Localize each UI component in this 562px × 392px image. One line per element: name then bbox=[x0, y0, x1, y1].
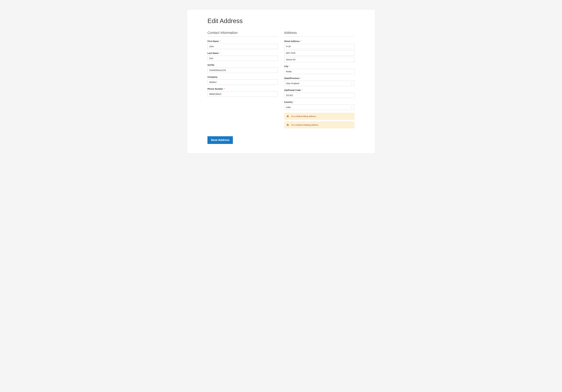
warning-icon bbox=[286, 115, 289, 118]
street-address-label: Street Address * bbox=[284, 40, 354, 43]
street-address-label-text: Street Address bbox=[284, 40, 300, 43]
page-title: Edit Address bbox=[208, 17, 354, 24]
state-field: State/Province * Uttar Pradesh bbox=[284, 77, 354, 86]
required-mark: * bbox=[224, 88, 225, 90]
street-address-line-3-input[interactable] bbox=[284, 57, 354, 62]
edit-address-card: Edit Address Contact Information First N… bbox=[187, 9, 375, 153]
country-select[interactable]: India bbox=[284, 104, 354, 110]
form-columns: Contact Information First Name * Last Na… bbox=[208, 31, 354, 130]
zip-label-text: Zip/Postal Code bbox=[284, 89, 301, 92]
svg-rect-0 bbox=[288, 115, 288, 116]
city-input[interactable] bbox=[284, 69, 354, 74]
company-input[interactable] bbox=[208, 80, 278, 85]
gstin-field: GSTIN bbox=[208, 64, 278, 73]
phone-label: Phone Number * bbox=[208, 88, 278, 90]
state-select[interactable]: Uttar Pradesh bbox=[284, 81, 354, 86]
warning-icon bbox=[286, 123, 289, 127]
required-mark: * bbox=[220, 40, 221, 43]
street-address-line-2-input[interactable] bbox=[284, 50, 354, 56]
gstin-input[interactable] bbox=[208, 68, 278, 73]
phone-field: Phone Number * bbox=[208, 88, 278, 97]
gstin-label: GSTIN bbox=[208, 64, 278, 66]
last-name-field: Last Name * bbox=[208, 52, 278, 61]
default-billing-notice: It's a default billing address. bbox=[284, 113, 354, 120]
zip-label: Zip/Postal Code * bbox=[284, 89, 354, 92]
save-address-button[interactable]: Save Address bbox=[208, 136, 233, 144]
default-shipping-notice-text: It's a default shipping address. bbox=[291, 124, 319, 126]
street-address-line-1-input[interactable] bbox=[284, 44, 354, 49]
first-name-input[interactable] bbox=[208, 44, 278, 49]
city-label: City * bbox=[284, 65, 354, 68]
company-field: Company bbox=[208, 76, 278, 85]
last-name-label-text: Last Name bbox=[208, 52, 219, 54]
first-name-label: First Name * bbox=[208, 40, 278, 43]
country-field: Country * India bbox=[284, 101, 354, 110]
street-address-field: Street Address * bbox=[284, 40, 354, 62]
form-actions: Save Address bbox=[208, 136, 354, 144]
required-mark: * bbox=[301, 40, 301, 43]
first-name-label-text: First Name bbox=[208, 40, 219, 43]
required-mark: * bbox=[220, 52, 220, 54]
state-label: State/Province * bbox=[284, 77, 354, 80]
city-label-text: City bbox=[284, 65, 288, 68]
required-mark: * bbox=[302, 89, 303, 92]
required-mark: * bbox=[300, 77, 301, 80]
svg-rect-3 bbox=[288, 125, 288, 126]
svg-rect-1 bbox=[288, 116, 288, 117]
company-label: Company bbox=[208, 76, 278, 78]
contact-information-column: Contact Information First Name * Last Na… bbox=[208, 31, 278, 130]
contact-information-legend: Contact Information bbox=[208, 31, 278, 36]
address-column: Address Street Address * City * bbox=[284, 31, 354, 130]
city-field: City * bbox=[284, 65, 354, 74]
default-billing-notice-text: It's a default billing address. bbox=[291, 115, 316, 117]
state-select-wrap: Uttar Pradesh bbox=[284, 81, 354, 86]
default-shipping-notice: It's a default shipping address. bbox=[284, 121, 354, 128]
zip-field: Zip/Postal Code * bbox=[284, 89, 354, 98]
last-name-label: Last Name * bbox=[208, 52, 278, 54]
country-select-wrap: India bbox=[284, 104, 354, 110]
required-mark: * bbox=[289, 65, 290, 68]
zip-input[interactable] bbox=[284, 93, 354, 98]
country-label: Country * bbox=[284, 101, 354, 103]
first-name-field: First Name * bbox=[208, 40, 278, 49]
country-label-text: Country bbox=[284, 101, 293, 103]
phone-label-text: Phone Number bbox=[208, 88, 223, 90]
svg-rect-2 bbox=[288, 124, 288, 125]
address-legend: Address bbox=[284, 31, 354, 36]
required-mark: * bbox=[293, 101, 294, 103]
last-name-input[interactable] bbox=[208, 56, 278, 61]
state-label-text: State/Province bbox=[284, 77, 299, 80]
phone-input[interactable] bbox=[208, 92, 278, 97]
